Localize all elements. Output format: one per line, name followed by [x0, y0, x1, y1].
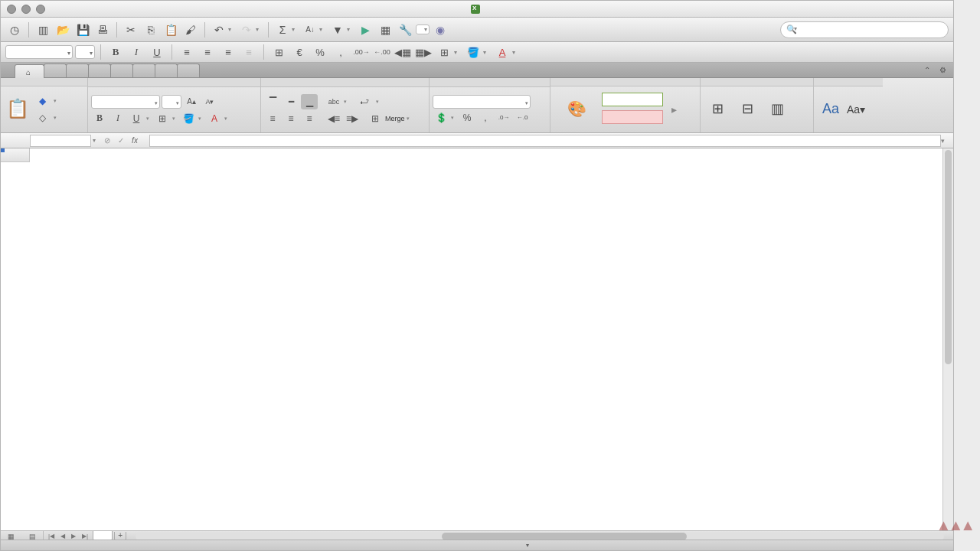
ribbon-font-select[interactable]: ▾ — [91, 95, 160, 109]
percent-button[interactable]: % — [459, 110, 475, 126]
styles-more-icon[interactable]: ▸ — [665, 102, 682, 117]
percent-icon[interactable]: % — [311, 44, 329, 60]
theme-fonts-button[interactable]: Aa▾ — [847, 90, 865, 129]
orientation-icon[interactable]: abc — [325, 94, 342, 109]
currency-icon[interactable]: € — [290, 44, 309, 60]
fill-icon[interactable]: ◆ — [34, 93, 51, 109]
new-icon[interactable]: ▥ — [34, 21, 52, 39]
paste-icon[interactable]: 📋 — [162, 21, 180, 39]
clear-icon[interactable]: ◇ — [34, 110, 51, 126]
font-color-icon[interactable]: A — [493, 44, 511, 60]
formula-input[interactable] — [149, 135, 941, 147]
tab-charts[interactable] — [88, 64, 111, 77]
next-sheet-icon[interactable]: ▶ — [71, 533, 76, 540]
collapse-ribbon-icon[interactable]: ⌃ — [921, 64, 933, 75]
themes-button[interactable]: Aa — [817, 90, 844, 129]
settings-icon[interactable]: ⚙ — [936, 64, 949, 75]
increase-indent-icon[interactable]: ▦▶ — [414, 44, 433, 60]
align-right-icon[interactable]: ≡ — [219, 44, 237, 60]
ribbon-borders[interactable]: ⊞ — [154, 111, 171, 126]
zoom-select[interactable]: ▾ — [416, 24, 430, 34]
tab-smartart[interactable] — [110, 64, 133, 77]
search-box[interactable]: 🔍 ▾ — [780, 21, 949, 38]
ribbon-size-select[interactable]: ▾ — [162, 95, 181, 109]
grow-font-icon[interactable]: A▴ — [183, 94, 200, 109]
tab-review[interactable] — [177, 64, 200, 77]
ribbon-italic[interactable]: I — [109, 111, 126, 126]
style-normal[interactable] — [602, 93, 663, 106]
open-icon[interactable]: 📂 — [54, 21, 72, 39]
ribbon-fill-color[interactable]: 🪣 — [180, 111, 197, 126]
paste-button[interactable]: 📋 — [4, 90, 31, 129]
spreadsheet-grid[interactable] — [1, 148, 953, 530]
cut-icon[interactable]: ✂ — [122, 21, 140, 39]
format-button[interactable]: ▥ — [763, 90, 791, 129]
redo-icon[interactable]: ↷ — [237, 21, 256, 39]
align-bottom-icon[interactable]: ▁ — [301, 94, 318, 109]
format-painter-icon[interactable]: 🖌 — [181, 21, 200, 39]
number-format-select[interactable]: ▾ — [433, 95, 531, 109]
save-icon[interactable]: 💾 — [74, 21, 92, 39]
tab-layout[interactable] — [44, 64, 67, 77]
italic-button[interactable]: I — [127, 44, 145, 60]
align-left-icon[interactable]: ≡ — [178, 44, 196, 60]
font-size-select[interactable]: ▾ — [75, 45, 95, 59]
first-sheet-icon[interactable]: |◀ — [48, 533, 54, 540]
delete-button[interactable]: ⊟ — [733, 90, 761, 129]
ribbon-font-color[interactable]: A — [206, 111, 223, 126]
merge-icon2[interactable]: ⊞ — [367, 111, 384, 126]
merge-icon[interactable]: ⊞ — [270, 44, 288, 60]
help-icon[interactable]: ◉ — [431, 21, 449, 39]
increase-indent-icon2[interactable]: ≡▶ — [344, 111, 361, 126]
cancel-formula-icon[interactable]: ⊘ — [102, 136, 113, 145]
name-box[interactable] — [30, 135, 91, 147]
style-bad[interactable] — [602, 110, 663, 124]
expand-formula-icon[interactable]: ▾ — [941, 137, 950, 145]
font-family-select[interactable]: ▾ — [5, 45, 73, 59]
increase-decimal-icon[interactable]: .00→ — [352, 44, 371, 60]
toolbox-icon[interactable]: 🔧 — [396, 21, 414, 39]
align-middle-icon[interactable]: ━ — [283, 94, 299, 109]
autosum-icon[interactable]: Σ — [273, 21, 292, 39]
tab-data[interactable] — [155, 64, 178, 77]
sort-icon[interactable]: A↓ — [301, 21, 319, 39]
insert-button[interactable]: ⊞ — [704, 90, 731, 129]
wrap-text-icon[interactable]: ⮐ — [356, 94, 373, 109]
app-menu-icon[interactable]: ◷ — [5, 21, 24, 39]
comma-icon[interactable]: , — [332, 44, 350, 60]
ribbon-underline[interactable]: U — [128, 111, 145, 126]
tab-home[interactable]: ⌂ — [15, 64, 44, 78]
align-left-icon2[interactable]: ≡ — [264, 111, 281, 126]
align-justify-icon[interactable]: ≡ — [240, 44, 258, 60]
fill-color-icon[interactable]: 🪣 — [464, 44, 482, 60]
align-top-icon[interactable]: ▔ — [264, 94, 281, 109]
print-icon[interactable]: 🖶 — [93, 21, 112, 39]
search-input[interactable] — [780, 21, 949, 38]
show-icon[interactable]: ▦ — [376, 21, 394, 39]
decrease-decimal-icon[interactable]: ←.00 — [373, 44, 391, 60]
copy-icon[interactable]: ⎘ — [142, 21, 160, 39]
currency-dropdown[interactable]: 💲 — [433, 110, 449, 126]
sum-label[interactable]: ▾ — [521, 542, 529, 549]
horizontal-scrollbar[interactable] — [136, 533, 944, 540]
align-center-icon2[interactable]: ≡ — [283, 111, 299, 126]
filter-icon[interactable]: ▼ — [328, 21, 347, 39]
align-right-icon2[interactable]: ≡ — [301, 111, 318, 126]
ribbon-bold[interactable]: B — [91, 111, 108, 126]
comma-button[interactable]: , — [477, 110, 494, 126]
play-icon[interactable]: ▶ — [356, 21, 374, 39]
prev-sheet-icon[interactable]: ◀ — [60, 533, 65, 540]
enter-formula-icon[interactable]: ✓ — [116, 136, 126, 145]
bold-button[interactable]: B — [106, 44, 125, 60]
align-center-icon[interactable]: ≡ — [198, 44, 217, 60]
undo-icon[interactable]: ↶ — [210, 21, 228, 39]
inc-decimal[interactable]: .0→ — [495, 110, 512, 126]
fx-icon[interactable]: fx — [129, 136, 140, 145]
decrease-indent-icon2[interactable]: ◀≡ — [325, 111, 342, 126]
shrink-font-icon[interactable]: A▾ — [201, 94, 218, 109]
select-all-corner[interactable] — [1, 148, 30, 162]
underline-button[interactable]: U — [148, 44, 166, 60]
last-sheet-icon[interactable]: ▶| — [82, 533, 88, 540]
tab-formulas[interactable] — [132, 64, 155, 77]
conditional-formatting-button[interactable]: 🎨 — [554, 90, 599, 129]
